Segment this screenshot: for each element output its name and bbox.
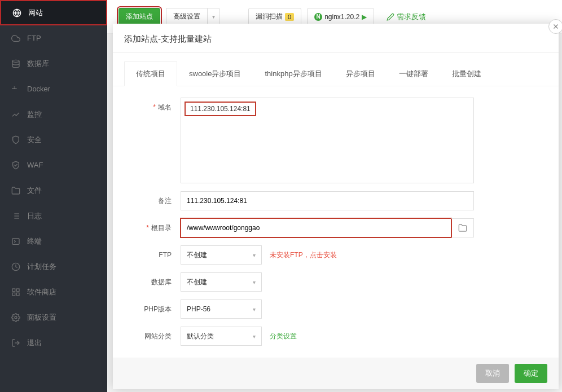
play-icon: ▶: [362, 13, 367, 21]
advanced-settings-dropdown[interactable]: ▾: [207, 8, 220, 26]
sidebar-item-label: 监控: [27, 109, 42, 120]
sidebar-item-logs[interactable]: 日志: [0, 203, 107, 228]
ftp-value: 不创建: [187, 250, 207, 260]
tab-swoole[interactable]: swoole异步项目: [177, 61, 253, 86]
sidebar-item-label: 日志: [27, 211, 42, 221]
label-database: 数据库: [124, 272, 181, 292]
row-category: 网站分类 默认分类▾ 分类设置: [124, 327, 542, 346]
required-asterisk: *: [153, 103, 156, 111]
row-database: 数据库 不创建▾: [124, 272, 542, 292]
sidebar-item-database[interactable]: 数据库: [0, 51, 107, 76]
sidebar-item-monitor[interactable]: 监控: [0, 102, 107, 127]
sidebar-item-files[interactable]: 文件: [0, 178, 107, 203]
feedback-link[interactable]: 需求反馈: [387, 12, 426, 22]
cancel-button[interactable]: 取消: [476, 364, 509, 383]
cloud-icon: [11, 34, 20, 43]
chevron-down-icon: ▾: [253, 306, 256, 312]
row-remark: 备注: [124, 191, 542, 210]
php-select[interactable]: PHP-56▾: [181, 299, 262, 319]
confirm-button[interactable]: 确定: [515, 364, 547, 383]
label-domain: *域名: [124, 98, 181, 117]
close-icon: [552, 23, 560, 30]
tab-batch[interactable]: 批量创建: [440, 61, 493, 86]
svg-point-1: [12, 60, 19, 62]
add-site-button[interactable]: 添加站点: [118, 8, 160, 26]
root-input[interactable]: [181, 218, 451, 237]
remark-input[interactable]: [181, 191, 474, 210]
svg-rect-11: [12, 289, 15, 292]
sidebar-item-ftp[interactable]: FTP: [0, 25, 107, 51]
sidebar-item-label: FTP: [27, 34, 41, 42]
docker-icon: [11, 85, 20, 94]
nginx-label: nginx1.20.2: [324, 13, 359, 21]
tab-label: thinkphp异步项目: [265, 69, 322, 78]
svg-rect-12: [16, 289, 19, 292]
list-icon: [11, 212, 20, 221]
tab-label: 批量创建: [452, 69, 481, 78]
svg-rect-3: [14, 88, 15, 89]
scan-badge: 0: [285, 13, 294, 21]
sidebar-item-security[interactable]: 安全: [0, 127, 107, 152]
sidebar-item-waf[interactable]: WAF: [0, 152, 107, 178]
category-settings-link[interactable]: 分类设置: [270, 327, 297, 346]
globe-icon: [12, 8, 21, 17]
sidebar-item-docker[interactable]: Docker: [0, 76, 107, 102]
sidebar-item-label: 网站: [28, 8, 43, 18]
tab-async[interactable]: 异步项目: [334, 61, 387, 86]
domain-textarea[interactable]: 111.230.105.124:81: [181, 98, 474, 183]
advanced-settings-button[interactable]: 高级设置: [166, 8, 207, 26]
svg-rect-4: [15, 88, 16, 89]
svg-rect-14: [16, 293, 19, 296]
tab-deploy[interactable]: 一键部署: [387, 61, 440, 86]
svg-rect-2: [12, 88, 14, 89]
row-ftp: FTP 不创建▾ 未安装FTP，点击安装: [124, 245, 542, 265]
ftp-warning[interactable]: 未安装FTP，点击安装: [270, 245, 337, 265]
ftp-select[interactable]: 不创建▾: [181, 245, 262, 265]
add-site-label: 添加站点: [126, 12, 153, 21]
tab-thinkphp[interactable]: thinkphp异步项目: [253, 61, 333, 86]
scan-label: 漏洞扫描: [256, 12, 283, 21]
chevron-down-icon: ▾: [253, 252, 256, 258]
clock-icon: [11, 262, 20, 271]
chevron-down-icon: ▾: [253, 333, 256, 340]
folder-icon: [458, 223, 467, 232]
sidebar: 网站 FTP 数据库 Docker 监控 安全 WAF 文件 日志 终端 计划任…: [0, 0, 107, 392]
row-root: *根目录: [124, 218, 542, 237]
sidebar-item-settings[interactable]: 面板设置: [0, 305, 107, 330]
sidebar-item-website[interactable]: 网站: [0, 0, 107, 25]
php-value: PHP-56: [187, 305, 210, 313]
sidebar-item-exit[interactable]: 退出: [0, 330, 107, 355]
folder-picker-button[interactable]: [451, 218, 474, 237]
tab-label: 异步项目: [346, 69, 375, 78]
modal-close-button[interactable]: [548, 19, 562, 34]
terminal-icon: [11, 237, 20, 246]
modal-footer: 取消 确定: [113, 358, 559, 389]
tab-label: 传统项目: [136, 69, 165, 78]
svg-point-15: [15, 316, 17, 319]
sidebar-item-label: 退出: [27, 338, 42, 348]
sidebar-item-store[interactable]: 软件商店: [0, 279, 107, 305]
add-site-modal: 添加站点-支持批量建站 传统项目 swoole异步项目 thinkphp异步项目…: [113, 24, 559, 389]
database-select[interactable]: 不创建▾: [181, 272, 262, 292]
tab-traditional[interactable]: 传统项目: [124, 61, 177, 86]
shield-icon: [11, 135, 20, 144]
advanced-settings-group: 高级设置 ▾: [166, 8, 220, 26]
sidebar-item-cron[interactable]: 计划任务: [0, 254, 107, 279]
folder-icon: [11, 186, 20, 195]
label-root: *根目录: [124, 218, 181, 237]
chevron-down-icon: ▾: [253, 279, 256, 285]
sidebar-item-label: 软件商店: [27, 287, 56, 297]
row-php: PHP版本 PHP-56▾: [124, 299, 542, 319]
sidebar-item-label: WAF: [27, 161, 43, 169]
category-select[interactable]: 默认分类▾: [181, 327, 262, 346]
label-ftp: FTP: [124, 245, 181, 265]
add-site-form: *域名 111.230.105.124:81 备注 *根目录 FTP 不创建▾ …: [113, 86, 559, 365]
tab-label: swoole异步项目: [189, 69, 241, 78]
required-asterisk: *: [146, 224, 149, 232]
sidebar-item-terminal[interactable]: 终端: [0, 228, 107, 254]
vuln-scan-button[interactable]: 漏洞扫描0: [248, 8, 301, 26]
nginx-button[interactable]: Nnginx1.20.2▶: [307, 8, 374, 26]
modal-tabs: 传统项目 swoole异步项目 thinkphp异步项目 异步项目 一键部署 批…: [113, 61, 559, 86]
sidebar-item-label: 面板设置: [27, 312, 56, 323]
gear-icon: [11, 313, 20, 322]
